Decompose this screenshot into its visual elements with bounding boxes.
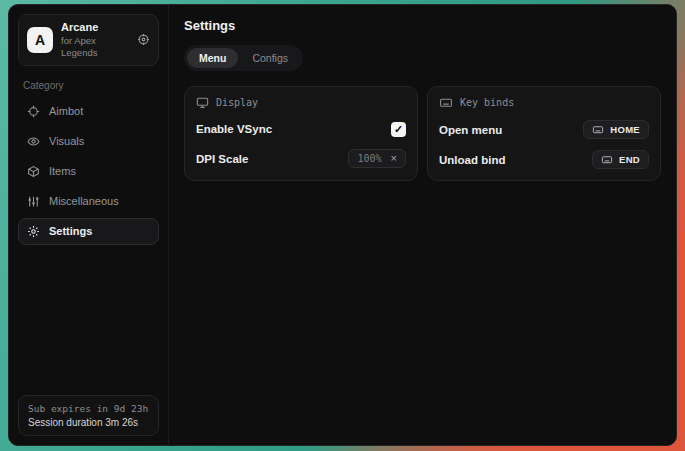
subscription-card: Sub expires in 9d 23h Session duration 3…	[18, 395, 159, 436]
keyboard-icon	[601, 154, 613, 165]
unload-bind-label: Unload bind	[439, 154, 505, 166]
open-menu-bind-button[interactable]: HOME	[583, 120, 649, 139]
sidebar-nav: Aimbot Visuals Items	[18, 98, 159, 245]
app-window: A Arcane for Apex Legends Category	[8, 4, 677, 446]
session-duration-text: Session duration 3m 26s	[28, 417, 149, 428]
sidebar-item-label: Settings	[49, 225, 92, 237]
dpi-row: DPI Scale 100% ×	[196, 149, 406, 168]
brand-text: Arcane for Apex Legends	[61, 21, 129, 59]
tab-menu[interactable]: Menu	[187, 48, 238, 68]
sidebar-item-settings[interactable]: Settings	[18, 218, 159, 245]
crosshair-icon	[27, 105, 40, 118]
open-menu-label: Open menu	[439, 124, 502, 136]
keybinds-card-title: Key binds	[460, 97, 514, 108]
clear-icon[interactable]: ×	[391, 153, 397, 164]
sliders-icon	[27, 195, 40, 208]
keybinds-card-header: Key binds	[439, 96, 649, 109]
vsync-row: Enable VSync ✓	[196, 120, 406, 138]
category-label: Category	[23, 80, 154, 91]
sub-expiry-text: Sub expires in 9d 23h	[28, 403, 149, 414]
tab-configs[interactable]: Configs	[240, 48, 300, 68]
vsync-label: Enable VSync	[196, 123, 272, 135]
sidebar: A Arcane for Apex Legends Category	[9, 5, 169, 445]
page-title: Settings	[184, 18, 661, 33]
dpi-input[interactable]: 100% ×	[348, 149, 406, 168]
keybinds-card: Key binds Open menu HOME Unload bin	[427, 86, 661, 181]
open-menu-row: Open menu HOME	[439, 120, 649, 139]
eye-icon	[27, 135, 40, 148]
dpi-label: DPI Scale	[196, 153, 248, 165]
app-logo-letter: A	[35, 32, 45, 48]
settings-cards: Display Enable VSync ✓ DPI Scale 100% ×	[184, 86, 661, 181]
unload-bind-key: END	[619, 154, 640, 165]
monitor-icon	[196, 96, 209, 109]
check-icon: ✓	[394, 123, 403, 136]
display-card-title: Display	[216, 97, 258, 108]
unload-bind-row: Unload bind END	[439, 150, 649, 169]
display-card-header: Display	[196, 96, 406, 109]
sidebar-item-items[interactable]: Items	[18, 158, 159, 185]
sidebar-item-label: Aimbot	[49, 105, 83, 117]
open-menu-key: HOME	[610, 124, 640, 135]
sidebar-item-aimbot[interactable]: Aimbot	[18, 98, 159, 125]
sidebar-item-label: Miscellaneous	[49, 195, 119, 207]
gear-icon	[27, 225, 40, 238]
app-logo: A	[27, 27, 53, 53]
app-subtitle: for Apex Legends	[61, 35, 129, 59]
keyboard-icon	[592, 124, 604, 135]
sidebar-item-visuals[interactable]: Visuals	[18, 128, 159, 155]
app-name: Arcane	[61, 21, 129, 35]
display-card: Display Enable VSync ✓ DPI Scale 100% ×	[184, 86, 418, 181]
target-icon[interactable]	[137, 33, 150, 46]
dpi-value[interactable]: 100%	[357, 153, 381, 164]
box-icon	[27, 165, 40, 178]
unload-bind-button[interactable]: END	[592, 150, 649, 169]
sidebar-item-miscellaneous[interactable]: Miscellaneous	[18, 188, 159, 215]
tab-bar: Menu Configs	[184, 45, 303, 71]
keyboard-icon	[439, 96, 453, 109]
main-content: Settings Menu Configs Display	[169, 5, 676, 445]
sidebar-item-label: Items	[49, 165, 76, 177]
sidebar-item-label: Visuals	[49, 135, 84, 147]
sidebar-spacer	[18, 245, 159, 396]
vsync-checkbox[interactable]: ✓	[391, 122, 406, 137]
brand-card: A Arcane for Apex Legends	[18, 14, 159, 66]
